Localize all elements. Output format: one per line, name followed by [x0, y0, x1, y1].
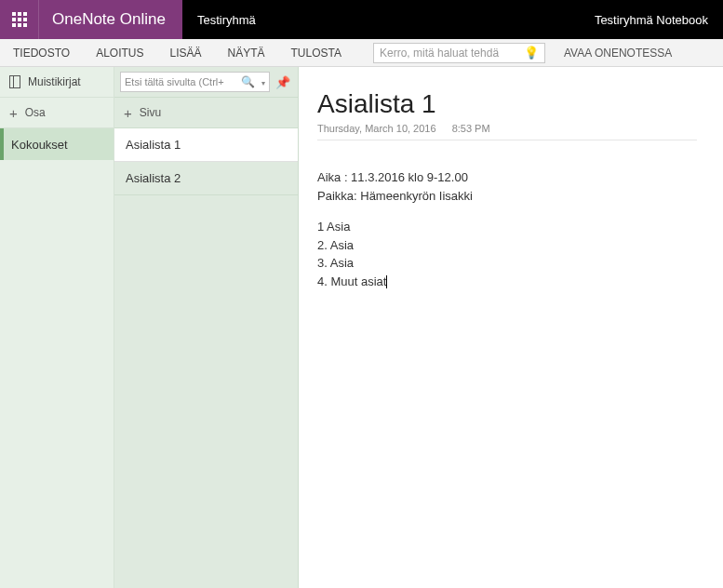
tab-aloitus[interactable]: ALOITUS [83, 39, 156, 67]
notebook-name[interactable]: Testiryhmä Notebook [595, 13, 708, 27]
group-name[interactable]: Testiryhmä [197, 13, 256, 27]
add-page-button[interactable]: + Sivu [114, 97, 298, 128]
ribbon: TIEDOSTO ALOITUS LISÄÄ NÄYTÄ TULOSTA Ker… [0, 39, 723, 67]
body-line: 3. Asia [317, 254, 697, 273]
svg-rect-2 [23, 12, 27, 16]
body-line: 2. Asia [317, 236, 697, 255]
text-cursor [386, 275, 387, 288]
svg-rect-3 [12, 18, 16, 21]
svg-rect-4 [18, 18, 21, 21]
section-item-kokoukset[interactable]: Kokoukset [0, 128, 114, 160]
add-section-label: Osa [25, 106, 46, 119]
pages-toolbar: Etsi tältä sivulta (Ctrl+ 🔍 ▾ 📌 [114, 67, 298, 97]
body-line: 4. Muut asiat [317, 273, 697, 291]
app-header: OneNote Online Testiryhmä Testiryhmä Not… [0, 0, 723, 39]
tab-lisaa[interactable]: LISÄÄ [156, 39, 214, 67]
tab-tulosta[interactable]: TULOSTA [278, 39, 355, 67]
notebooks-button[interactable]: Muistikirjat [0, 67, 114, 97]
pages-column: Etsi tältä sivulta (Ctrl+ 🔍 ▾ 📌 + Sivu A… [114, 67, 299, 588]
page-search-input[interactable]: Etsi tältä sivulta (Ctrl+ 🔍 ▾ [120, 72, 270, 92]
sections-column: Muistikirjat + Osa Kokoukset [0, 67, 114, 588]
note-body[interactable]: Aika : 11.3.2016 klo 9-12.00 Paikka: Häm… [317, 168, 697, 290]
add-section-button[interactable]: + Osa [0, 97, 114, 128]
tab-tiedosto[interactable]: TIEDOSTO [0, 39, 83, 67]
page-time: 8:53 PM [452, 123, 490, 134]
search-icon: 🔍 [241, 75, 255, 88]
app-name[interactable]: OneNote Online [39, 0, 182, 39]
svg-rect-0 [12, 12, 16, 16]
waffle-icon [12, 12, 27, 27]
notebooks-label: Muistikirjat [28, 75, 81, 88]
page-title[interactable]: Asialista 1 [317, 89, 697, 119]
main-area: Muistikirjat + Osa Kokoukset Etsi tältä … [0, 67, 723, 588]
svg-rect-6 [12, 23, 16, 27]
plus-icon: + [9, 106, 18, 120]
section-item-label: Kokoukset [11, 138, 68, 152]
lightbulb-icon: 💡 [524, 46, 539, 60]
add-page-label: Sivu [140, 106, 161, 119]
pin-button[interactable]: 📌 [274, 73, 292, 91]
page-datetime: Thursday, March 10, 2016 8:53 PM [317, 123, 697, 140]
app-launcher-button[interactable] [0, 0, 39, 39]
chevron-down-icon: ▾ [258, 79, 265, 87]
notebook-icon [9, 75, 20, 88]
page-search-placeholder: Etsi tältä sivulta (Ctrl+ [125, 76, 224, 87]
page-date: Thursday, March 10, 2016 [317, 123, 436, 134]
tell-me-input[interactable]: Kerro, mitä haluat tehdä 💡 [373, 43, 545, 63]
page-item-asialista-1[interactable]: Asialista 1 [114, 128, 298, 162]
open-in-onenote-button[interactable]: AVAA ONENOTESSA [564, 47, 672, 60]
header-right: Testiryhmä Testiryhmä Notebook [182, 0, 723, 39]
pin-icon: 📌 [275, 75, 290, 89]
body-line: Paikka: Hämeenkyrön Iisakki [317, 187, 697, 206]
tell-me-placeholder: Kerro, mitä haluat tehdä [380, 47, 499, 60]
page-item-label: Asialista 2 [126, 171, 181, 185]
page-item-label: Asialista 1 [126, 138, 181, 152]
body-line: Aika : 11.3.2016 klo 9-12.00 [317, 168, 697, 187]
page-item-asialista-2[interactable]: Asialista 2 [114, 162, 298, 195]
svg-rect-1 [18, 12, 21, 16]
body-line: 1 Asia [317, 218, 697, 236]
svg-rect-8 [23, 23, 27, 27]
plus-icon: + [124, 106, 132, 120]
page-content[interactable]: Asialista 1 Thursday, March 10, 2016 8:5… [299, 67, 723, 588]
svg-rect-7 [18, 23, 21, 27]
svg-rect-5 [23, 18, 27, 21]
tab-nayta[interactable]: NÄYTÄ [215, 39, 278, 67]
